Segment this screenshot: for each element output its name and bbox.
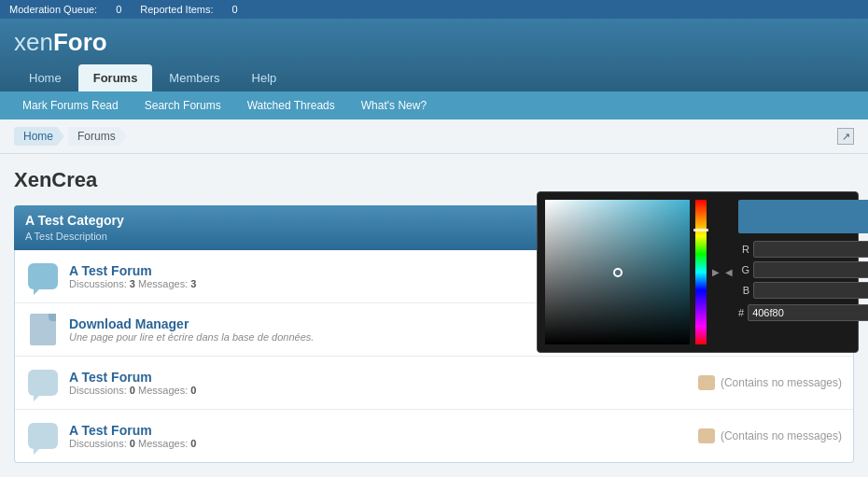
forum-info: A Test Forum Discussions: 0 Messages: 0 bbox=[69, 370, 689, 396]
breadcrumb: Home Forums ↗ bbox=[0, 119, 868, 154]
forum-meta: Discussions: 0 Messages: 0 bbox=[69, 385, 689, 396]
logo[interactable]: xenForo bbox=[14, 28, 107, 57]
no-messages-indicator2: (Contains no messages) bbox=[698, 428, 842, 443]
moderation-queue-count: 0 bbox=[116, 4, 121, 15]
messages-count: 3 bbox=[190, 278, 196, 289]
b-input-row: B ▲ ▼ B ▲ ▼ bbox=[738, 282, 868, 299]
moderation-queue-label: Moderation Queue: bbox=[9, 4, 97, 15]
tab-help[interactable]: Help bbox=[237, 64, 292, 91]
tab-members[interactable]: Members bbox=[154, 64, 234, 91]
subnav-whats-new[interactable]: What's New? bbox=[348, 91, 440, 119]
g-label: G bbox=[738, 264, 749, 275]
no-messages-text: (Contains no messages) bbox=[721, 376, 842, 389]
subnav-search-forums[interactable]: Search Forums bbox=[132, 91, 234, 119]
logo-foro: Foro bbox=[53, 28, 107, 56]
messages-count: 0 bbox=[190, 438, 196, 449]
subnav-mark-forums-read[interactable]: Mark Forums Read bbox=[9, 91, 132, 119]
g-input-row: G ▲ ▼ S ▲ ▼ bbox=[738, 261, 868, 278]
breadcrumb-current: Forums bbox=[68, 127, 127, 146]
no-msg-icon bbox=[698, 375, 715, 390]
breadcrumb-home[interactable]: Home bbox=[14, 127, 64, 146]
breadcrumb-expand-icon[interactable]: ↗ bbox=[837, 128, 854, 145]
color-gradient-area[interactable] bbox=[545, 200, 690, 344]
subnav-watched-threads[interactable]: Watched Threads bbox=[234, 91, 348, 119]
b-input[interactable] bbox=[753, 282, 868, 299]
hash-symbol: # bbox=[738, 307, 744, 318]
messages-label: Messages: bbox=[138, 385, 188, 396]
header: xenForo Home Forums Members Help bbox=[0, 19, 868, 91]
r-label: R bbox=[738, 244, 749, 255]
forum-icon-chat bbox=[26, 260, 60, 293]
category-name: A Test Category bbox=[25, 213, 124, 228]
r-input[interactable] bbox=[753, 241, 868, 258]
forum-row: A Test Forum Discussions: 0 Messages: 0 … bbox=[15, 410, 853, 462]
picker-right-panel: R ▲ ▼ H ▲ ▼ G ▲ ▼ bbox=[738, 200, 868, 344]
forum-name[interactable]: A Test Forum bbox=[69, 370, 689, 385]
no-messages-text2: (Contains no messages) bbox=[721, 429, 842, 442]
hash-input[interactable] bbox=[748, 304, 868, 321]
reported-items-label: Reported Items: bbox=[140, 4, 213, 15]
hue-handle bbox=[693, 229, 708, 231]
discussions-count: 3 bbox=[130, 278, 135, 289]
b-label: B bbox=[738, 285, 749, 296]
forum-icon-chat-faded bbox=[26, 366, 60, 400]
forum-meta: Discussions: 0 Messages: 0 bbox=[69, 438, 689, 449]
g-input[interactable] bbox=[753, 261, 868, 278]
swatch-old[interactable] bbox=[738, 200, 868, 233]
forum-icon-doc bbox=[26, 313, 60, 346]
nav-tabs: Home Forums Members Help bbox=[14, 64, 854, 91]
discussions-label: Discussions: bbox=[69, 385, 127, 396]
discussions-label: Discussions: bbox=[69, 278, 127, 289]
reported-items-count: 0 bbox=[232, 4, 238, 15]
discussions-label: Discussions: bbox=[69, 438, 127, 449]
picker-arrow2: ◀ bbox=[725, 200, 733, 344]
tab-home[interactable]: Home bbox=[14, 64, 77, 91]
sub-nav: Mark Forums Read Search Forums Watched T… bbox=[0, 91, 868, 119]
r-input-row: R ▲ ▼ H ▲ ▼ bbox=[738, 241, 868, 258]
messages-label: Messages: bbox=[138, 438, 188, 449]
picker-arrow: ▶ bbox=[712, 200, 720, 344]
no-messages-indicator: (Contains no messages) bbox=[698, 375, 842, 390]
forum-name[interactable]: A Test Forum bbox=[69, 423, 689, 438]
messages-count: 0 bbox=[190, 385, 196, 396]
gradient-cursor bbox=[613, 268, 623, 277]
swatch-row bbox=[738, 200, 868, 233]
no-msg-icon2 bbox=[698, 428, 715, 443]
hash-row: # bbox=[738, 304, 868, 321]
top-bar: Moderation Queue: 0 Reported Items: 0 bbox=[0, 0, 868, 19]
discussions-count: 0 bbox=[130, 438, 135, 449]
main-content: XenCrea A Test Category A Test Descripti… bbox=[0, 154, 868, 477]
page-title: XenCrea bbox=[14, 168, 854, 192]
forum-row: A Test Forum Discussions: 0 Messages: 0 … bbox=[15, 357, 853, 410]
forum-icon-chat-faded2 bbox=[26, 419, 60, 453]
logo-xen: xen bbox=[14, 28, 53, 56]
forum-info: A Test Forum Discussions: 0 Messages: 0 bbox=[69, 423, 689, 449]
color-picker[interactable]: ▶ ◀ R ▲ ▼ H ▲ ▼ bbox=[537, 191, 859, 353]
category-description: A Test Description bbox=[25, 231, 107, 242]
messages-label: Messages: bbox=[138, 278, 188, 289]
discussions-count: 0 bbox=[130, 385, 135, 396]
hue-slider[interactable] bbox=[695, 200, 707, 344]
tab-forums[interactable]: Forums bbox=[78, 64, 153, 91]
